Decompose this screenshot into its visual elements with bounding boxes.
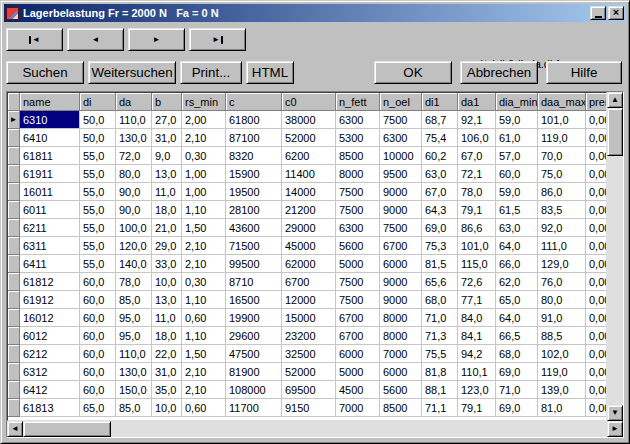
grid-cell[interactable]: 6011	[20, 201, 80, 219]
grid-cell[interactable]: 9150	[282, 399, 336, 417]
grid-cell[interactable]: 33,0	[152, 255, 182, 273]
grid-cell[interactable]: 8000	[336, 165, 380, 183]
grid-cell[interactable]: 6211	[20, 219, 80, 237]
grid-cell[interactable]: 60,0	[80, 363, 116, 381]
grid-cell[interactable]: 23200	[282, 327, 336, 345]
grid-cell[interactable]: 55,0	[80, 237, 116, 255]
grid-cell[interactable]: 7500	[380, 111, 422, 129]
grid-cell[interactable]: 8500	[336, 147, 380, 165]
grid-cell[interactable]: 52000	[282, 363, 336, 381]
grid-cell[interactable]: 5000	[336, 363, 380, 381]
hilfe-button[interactable]: Hilfe	[546, 61, 622, 84]
column-header-b[interactable]: b	[152, 93, 182, 111]
v-scroll-track[interactable]	[607, 156, 623, 405]
grid-cell[interactable]: 66,0	[496, 255, 538, 273]
grid-cell[interactable]: 32500	[282, 345, 336, 363]
grid-cell[interactable]: 1,00	[182, 165, 226, 183]
grid-cell[interactable]: 71,3	[422, 327, 458, 345]
grid-cell[interactable]: 60,0	[80, 291, 116, 309]
grid-cell[interactable]: 55,0	[80, 255, 116, 273]
grid-cell[interactable]: 60,0	[80, 273, 116, 291]
grid-cell[interactable]: 0,00	[586, 273, 607, 291]
grid-cell[interactable]: 11,0	[152, 309, 182, 327]
prior-record-button[interactable]: ◄	[67, 28, 124, 51]
grid-cell[interactable]: 55,0	[80, 147, 116, 165]
grid-cell[interactable]: 65,6	[422, 273, 458, 291]
column-header-da[interactable]: da	[116, 93, 152, 111]
grid-cell[interactable]: 61813	[20, 399, 80, 417]
grid-cell[interactable]: 61912	[20, 291, 80, 309]
grid-cell[interactable]: 18,0	[152, 201, 182, 219]
abbrechen-button[interactable]: Abbrechen	[460, 61, 538, 84]
suchen-button[interactable]: Suchen	[6, 61, 84, 84]
scroll-left-button[interactable]: ◄	[7, 421, 23, 437]
grid-cell[interactable]: 79,1	[458, 399, 496, 417]
grid-cell[interactable]: 100,0	[116, 219, 152, 237]
grid-cell[interactable]: 0,00	[586, 309, 607, 327]
grid-cell[interactable]: 27,0	[152, 111, 182, 129]
grid-cell[interactable]: 64,0	[496, 237, 538, 255]
grid-cell[interactable]: 9,0	[152, 147, 182, 165]
grid-cell[interactable]: 45000	[282, 237, 336, 255]
grid-cell[interactable]: 7500	[336, 201, 380, 219]
grid-cell[interactable]: 91,0	[538, 309, 586, 327]
column-header-da1[interactable]: da1	[458, 93, 496, 111]
grid-cell[interactable]: 71500	[226, 237, 282, 255]
grid-cell[interactable]: 14000	[282, 183, 336, 201]
grid-cell[interactable]: 63,0	[422, 165, 458, 183]
grid-cell[interactable]: 101,0	[458, 237, 496, 255]
grid-cell[interactable]: 11700	[226, 399, 282, 417]
grid-cell[interactable]: 120,0	[116, 237, 152, 255]
grid-cell[interactable]: 6300	[336, 111, 380, 129]
grid-cell[interactable]: 2,10	[182, 129, 226, 147]
grid-cell[interactable]: 6700	[336, 327, 380, 345]
grid-cell[interactable]: 2,10	[182, 255, 226, 273]
grid-cell[interactable]: 0,00	[586, 345, 607, 363]
grid-cell[interactable]: 7500	[336, 291, 380, 309]
grid-cell[interactable]: 87100	[226, 129, 282, 147]
grid-cell[interactable]: 1,50	[182, 345, 226, 363]
grid-cell[interactable]: 8710	[226, 273, 282, 291]
grid-cell[interactable]: 84,0	[458, 309, 496, 327]
grid-cell[interactable]: 6700	[336, 309, 380, 327]
grid-cell[interactable]: 110,1	[458, 363, 496, 381]
minimize-button[interactable]	[590, 6, 606, 20]
grid-cell[interactable]: 68,7	[422, 111, 458, 129]
grid-cell[interactable]: 79,1	[458, 201, 496, 219]
grid-cell[interactable]: 69,0	[422, 219, 458, 237]
grid-cell[interactable]: 123,0	[458, 381, 496, 399]
grid-cell[interactable]: 0,00	[586, 165, 607, 183]
grid-cell[interactable]: 69500	[282, 381, 336, 399]
grid-cell[interactable]: 62,0	[496, 273, 538, 291]
grid-cell[interactable]: 10,0	[152, 399, 182, 417]
grid-cell[interactable]: 111,0	[538, 237, 586, 255]
grid-cell[interactable]: 61800	[226, 111, 282, 129]
grid-cell[interactable]: 6000	[380, 255, 422, 273]
grid-cell[interactable]: 65,0	[80, 399, 116, 417]
grid-cell[interactable]: 6312	[20, 363, 80, 381]
grid-cell[interactable]: 115,0	[458, 255, 496, 273]
grid-cell[interactable]: 21,0	[152, 219, 182, 237]
grid-cell[interactable]: 61911	[20, 165, 80, 183]
column-header-c0[interactable]: c0	[282, 93, 336, 111]
grid-cell[interactable]: 0,60	[182, 309, 226, 327]
grid-cell[interactable]: 67,0	[422, 183, 458, 201]
grid-cell[interactable]: 61,5	[496, 201, 538, 219]
grid-cell[interactable]: 8320	[226, 147, 282, 165]
grid-cell[interactable]: 64,0	[496, 309, 538, 327]
grid-cell[interactable]: 83,5	[538, 201, 586, 219]
grid-cell[interactable]: 101,0	[538, 111, 586, 129]
grid-cell[interactable]: 75,5	[422, 345, 458, 363]
grid-cell[interactable]: 0,00	[586, 399, 607, 417]
grid-cell[interactable]: 119,0	[538, 363, 586, 381]
ok-button[interactable]: OK	[374, 61, 452, 84]
column-header-c[interactable]: c	[226, 93, 282, 111]
grid-cell[interactable]: 71,0	[422, 309, 458, 327]
weitersuchen-button[interactable]: Weitersuchen	[88, 61, 176, 84]
grid-cell[interactable]: 68,0	[496, 345, 538, 363]
column-header-di[interactable]: di	[80, 93, 116, 111]
grid-cell[interactable]: 7500	[336, 183, 380, 201]
grid-cell[interactable]: 85,0	[116, 291, 152, 309]
grid-cell[interactable]: 81,8	[422, 363, 458, 381]
grid-cell[interactable]: 9000	[380, 273, 422, 291]
